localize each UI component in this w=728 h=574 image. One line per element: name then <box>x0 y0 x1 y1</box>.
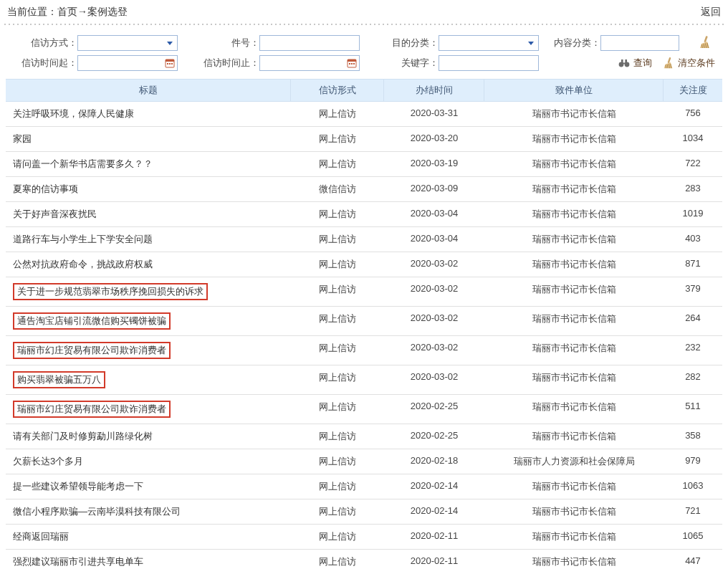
table-row: 强烈建议瑞丽市引进共享电单车网上信访2020-02-11瑞丽市书记市长信箱447 <box>6 550 722 574</box>
svg-rect-9 <box>348 59 356 62</box>
title-link[interactable]: 购买翡翠被骗五万八 <box>13 371 105 388</box>
cell-attention: 511 <box>664 395 722 424</box>
cell-attention: 264 <box>664 307 722 335</box>
binoculars-icon <box>618 57 631 70</box>
cell-title: 欠薪长达3个多月 <box>6 449 291 474</box>
title-link[interactable]: 关于进一步规范翡翠市场秩序挽回损失的诉求 <box>13 283 208 300</box>
col-attention: 关注度 <box>664 80 722 102</box>
svg-rect-11 <box>351 63 353 64</box>
svg-marker-0 <box>167 42 173 45</box>
cell-title: 购买翡翠被骗五万八 <box>6 365 291 394</box>
clear-button[interactable]: 清空条件 <box>662 57 715 70</box>
cell-done: 2020-03-02 <box>384 252 484 277</box>
title-link[interactable]: 关注呼吸环境，保障人民健康 <box>13 107 134 120</box>
title-link[interactable]: 家园 <box>13 133 32 145</box>
cell-unit: 瑞丽市书记市长信箱 <box>484 252 664 277</box>
cell-form: 网上信访 <box>291 127 384 151</box>
table-row: 欠薪长达3个多月网上信访2020-02-18瑞丽市人力资源和社会保障局979 <box>6 449 722 474</box>
svg-rect-16 <box>625 59 627 63</box>
cell-unit: 瑞丽市书记市长信箱 <box>484 227 664 252</box>
cell-form: 网上信访 <box>291 550 384 574</box>
table-row: 关于好声音深夜扰民网上信访2020-03-04瑞丽市书记市长信箱1019 <box>6 202 722 227</box>
filter-time-from-label: 信访时间起： <box>6 57 77 70</box>
cell-unit: 瑞丽市书记市长信箱 <box>484 365 664 394</box>
filter-content-input[interactable] <box>600 35 679 51</box>
breadcrumb-bar: 当前位置：首页→案例选登 返回 <box>0 0 728 23</box>
svg-marker-1 <box>528 42 534 45</box>
calendar-icon[interactable] <box>346 57 358 69</box>
cell-unit: 瑞丽市书记市长信箱 <box>484 336 664 365</box>
cell-title: 道路行车与小学生上下学安全问题 <box>6 227 291 252</box>
cell-attention: 979 <box>664 449 722 474</box>
title-link[interactable]: 关于好声音深夜扰民 <box>13 208 97 221</box>
cell-form: 微信信访 <box>291 177 384 201</box>
cell-done: 2020-02-18 <box>384 449 484 474</box>
cell-form: 网上信访 <box>291 336 384 365</box>
table-row: 通告淘宝店铺引流微信购买镯饼被骗网上信访2020-03-02瑞丽市书记市长信箱2… <box>6 307 722 336</box>
col-done: 办结时间 <box>384 80 484 102</box>
filter-time-to-input[interactable] <box>259 55 360 71</box>
cell-attention: 722 <box>664 152 722 176</box>
title-link[interactable]: 提一些建议希望领导能考虑一下 <box>13 480 143 493</box>
cell-done: 2020-03-20 <box>384 127 484 151</box>
cell-done: 2020-03-19 <box>384 152 484 176</box>
filter-number-input[interactable] <box>259 35 360 51</box>
cell-unit: 瑞丽市书记市长信箱 <box>484 177 664 201</box>
search-button-label: 查询 <box>633 57 652 70</box>
cell-done: 2020-03-09 <box>384 177 484 201</box>
title-link[interactable]: 夏寒的信访事项 <box>13 183 78 196</box>
filter-time-from-input[interactable] <box>77 55 178 71</box>
table-row: 经商返回瑞丽网上信访2020-02-11瑞丽市书记市长信箱1065 <box>6 525 722 550</box>
chevron-down-icon[interactable] <box>164 37 176 49</box>
filter-method-label: 信访方式： <box>6 37 77 49</box>
calendar-icon[interactable] <box>164 57 176 69</box>
title-link[interactable]: 欠薪长达3个多月 <box>13 455 83 468</box>
cell-attention: 721 <box>664 499 722 524</box>
cell-form: 网上信访 <box>291 395 384 424</box>
filter-keyword-input[interactable] <box>439 55 539 71</box>
chevron-down-icon[interactable] <box>525 37 537 49</box>
breadcrumb-arrow: → <box>77 6 87 17</box>
cell-unit: 瑞丽市书记市长信箱 <box>484 102 664 126</box>
title-link[interactable]: 微信小程序欺骗—云南毕漠科技有限公司 <box>13 505 181 518</box>
title-link[interactable]: 请有关部门及时修剪勐川路绿化树 <box>13 430 153 443</box>
breadcrumb-page: 案例选登 <box>87 6 128 17</box>
broom-icon <box>662 57 675 70</box>
table-row: 夏寒的信访事项微信信访2020-03-09瑞丽市书记市长信箱283 <box>6 177 722 202</box>
title-link[interactable]: 强烈建议瑞丽市引进共享电单车 <box>13 555 143 568</box>
title-link[interactable]: 请问盖一个新华书店需要多久？？ <box>13 158 153 171</box>
cell-attention: 1034 <box>664 127 722 151</box>
cell-title: 关注呼吸环境，保障人民健康 <box>6 102 291 126</box>
divider-dots <box>3 23 725 26</box>
table-row: 请问盖一个新华书店需要多久？？网上信访2020-03-19瑞丽市书记市长信箱72… <box>6 152 722 177</box>
cell-done: 2020-03-02 <box>384 336 484 365</box>
table-row: 关于进一步规范翡翠市场秩序挽回损失的诉求网上信访2020-03-02瑞丽市书记市… <box>6 277 722 307</box>
cell-attention: 358 <box>664 424 722 449</box>
filter-method-combo[interactable] <box>77 35 178 51</box>
cell-done: 2020-02-25 <box>384 424 484 449</box>
title-link[interactable]: 瑞丽市幻庄贸易有限公司欺诈消费者 <box>13 401 171 418</box>
title-link[interactable]: 瑞丽市幻庄贸易有限公司欺诈消费者 <box>13 342 171 359</box>
col-title: 标题 <box>6 80 291 102</box>
cell-unit: 瑞丽市书记市长信箱 <box>484 202 664 226</box>
cell-title: 公然对抗政府命令，挑战政府权威 <box>6 252 291 277</box>
svg-rect-4 <box>166 59 174 62</box>
title-link[interactable]: 经商返回瑞丽 <box>13 530 69 543</box>
filter-purpose-combo[interactable] <box>439 35 539 51</box>
cell-title: 家园 <box>6 127 291 151</box>
breadcrumb-home[interactable]: 首页 <box>57 6 77 17</box>
search-button[interactable]: 查询 <box>618 57 652 70</box>
cell-done: 2020-03-04 <box>384 202 484 226</box>
filter-number-label: 件号： <box>192 37 259 49</box>
cell-form: 网上信访 <box>291 424 384 449</box>
cell-attention: 283 <box>664 177 722 201</box>
title-link[interactable]: 公然对抗政府命令，挑战政府权威 <box>13 258 153 271</box>
cell-unit: 瑞丽市书记市长信箱 <box>484 525 664 549</box>
title-link[interactable]: 通告淘宝店铺引流微信购买镯饼被骗 <box>13 312 171 330</box>
cell-form: 网上信访 <box>291 499 384 524</box>
svg-rect-17 <box>623 63 626 64</box>
back-link[interactable]: 返回 <box>701 6 721 19</box>
broom-icon[interactable] <box>698 35 712 49</box>
cell-title: 请问盖一个新华书店需要多久？？ <box>6 152 291 176</box>
title-link[interactable]: 道路行车与小学生上下学安全问题 <box>13 233 153 246</box>
